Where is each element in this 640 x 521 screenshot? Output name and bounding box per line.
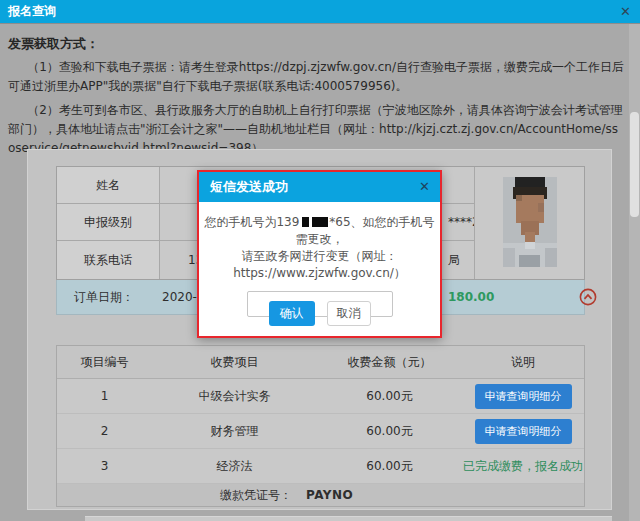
modal-title: 短信发送成功 <box>210 178 288 196</box>
col-header-fee-item: 收费项目 <box>152 354 317 371</box>
fee-amount: 60.00元 <box>317 458 462 475</box>
sms-success-modal: 短信发送成功 ✕ 您的手机号为139*65、如您的手机号需更改， 请至政务网进行… <box>197 170 442 338</box>
scrollbar-thumb[interactable] <box>630 112 639 217</box>
fee-no: 3 <box>57 459 152 473</box>
invoice-notice: 发票获取方式： （1）查验和下载电子票据：请考生登录https://dzpj.z… <box>0 24 632 163</box>
org-value-fragment: 局 <box>448 252 460 269</box>
window-title: 报名查询 <box>8 3 56 20</box>
name-label: 姓名 <box>57 167 160 203</box>
level-label: 申报级别 <box>57 204 160 240</box>
scrollbar-track[interactable] <box>629 24 640 521</box>
collapse-chevron-icon[interactable] <box>579 288 597 306</box>
payment-voucher-row: 缴款凭证号： PAYNO <box>57 484 584 506</box>
redaction-block <box>312 217 328 227</box>
confirm-button[interactable]: 确认 <box>269 301 315 326</box>
modal-close-icon[interactable]: ✕ <box>419 179 430 195</box>
fee-amount: 60.00元 <box>317 388 462 405</box>
fee-table: 项目编号 收费项目 收费金额（元） 说明 1 中级会计实务 60.00元 申请查… <box>56 345 585 507</box>
order-amount: 180.00 <box>448 290 494 304</box>
window-titlebar: 报名查询 ✕ <box>0 0 640 24</box>
fee-table-header: 项目编号 收费项目 收费金额（元） 说明 <box>57 346 584 379</box>
fee-item: 经济法 <box>152 458 317 475</box>
window-close-icon[interactable]: ✕ <box>620 4 631 20</box>
fee-no: 2 <box>57 424 152 438</box>
id-photo <box>503 175 557 269</box>
table-row: 3 经济法 60.00元 已完成缴费，报名成功 <box>57 449 584 484</box>
phone-prefix: 您的手机号为139 <box>204 215 299 229</box>
notice-heading: 发票获取方式： <box>8 35 624 53</box>
modal-body: 您的手机号为139*65、如您的手机号需更改， 请至政务网进行变更（网址： ht… <box>199 202 440 317</box>
modal-header: 短信发送成功 ✕ <box>199 172 440 202</box>
col-header-fee-amount: 收费金额（元） <box>317 354 462 371</box>
modal-message-line3: https://www.zjzwfw.gov.cn/） <box>199 265 440 282</box>
photo-cell <box>474 167 584 279</box>
fee-item: 财务管理 <box>152 423 317 440</box>
col-header-note: 说明 <box>462 354 584 371</box>
payment-status-text: 已完成缴费，报名成功 <box>463 459 583 473</box>
query-detail-button[interactable]: 申请查询明细分 <box>475 419 572 444</box>
notice-paragraph-1: （1）查验和下载电子票据：请考生登录https://dzpj.zjzwfw.go… <box>8 58 624 96</box>
voucher-label: 缴款凭证号： <box>57 487 292 504</box>
registration-query-window: 报名查询 ✕ 发票获取方式： （1）查验和下载电子票据：请考生登录https:/… <box>0 0 640 521</box>
fee-amount: 60.00元 <box>317 423 462 440</box>
fee-item: 中级会计实务 <box>152 388 317 405</box>
modal-message-line1: 您的手机号为139*65、如您的手机号需更改， <box>199 214 440 248</box>
voucher-value: PAYNO <box>306 488 353 502</box>
query-detail-button[interactable]: 申请查询明细分 <box>475 384 572 409</box>
cancel-button[interactable]: 取消 <box>327 301 371 326</box>
next-card-edge <box>85 516 612 521</box>
order-date-label: 订单日期： <box>74 289 134 306</box>
redaction-block <box>302 217 309 227</box>
modal-message-line2: 请至政务网进行变更（网址： <box>199 248 440 265</box>
table-row: 2 财务管理 60.00元 申请查询明细分 <box>57 414 584 449</box>
fee-no: 1 <box>57 389 152 403</box>
phone-label: 联系电话 <box>57 241 160 279</box>
col-header-item-no: 项目编号 <box>57 354 152 371</box>
table-row: 1 中级会计实务 60.00元 申请查询明细分 <box>57 379 584 414</box>
modal-buttons: 确认 取消 <box>199 301 440 326</box>
